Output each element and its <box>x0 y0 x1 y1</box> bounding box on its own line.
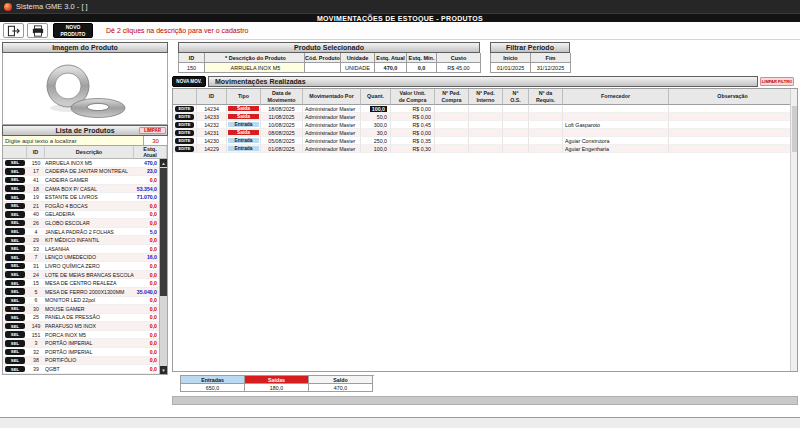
supplier <box>563 113 669 121</box>
movement-type: Entrada <box>227 137 261 145</box>
select-product-button[interactable]: SEL <box>5 211 25 218</box>
column-header: Custo <box>437 53 481 63</box>
moved-by: Administrador Master <box>303 145 361 153</box>
sel-cell: SEL <box>3 271 27 279</box>
clear-filter-button[interactable]: LIMPAR FILTRO <box>760 77 794 86</box>
edit-movement-button[interactable]: EDITE <box>175 138 194 144</box>
sel-cell: SEL <box>3 357 27 365</box>
type-badge: Saída <box>228 114 259 119</box>
scrollbar-thumb[interactable] <box>792 106 797 152</box>
product-description: PANELA DE PRESSÃO <box>45 314 134 322</box>
new-movement-button[interactable]: NOVA MOV. <box>172 76 206 87</box>
select-product-button[interactable]: SEL <box>5 314 25 321</box>
product-id: 38 <box>27 357 45 365</box>
print-button[interactable] <box>27 23 48 38</box>
sel-cell: SEL <box>3 193 27 201</box>
select-product-button[interactable]: SEL <box>5 160 25 167</box>
select-product-button[interactable]: SEL <box>5 331 25 338</box>
select-product-button[interactable]: SEL <box>5 237 25 244</box>
select-product-button[interactable]: SEL <box>5 220 25 227</box>
select-product-button[interactable]: SEL <box>5 194 25 201</box>
edit-movement-button[interactable]: EDITE <box>175 114 194 120</box>
ped-compra <box>435 105 469 113</box>
select-product-button[interactable]: SEL <box>5 288 25 295</box>
product-id: 5 <box>27 288 45 296</box>
select-product-button[interactable]: SEL <box>5 203 25 210</box>
product-image <box>2 53 168 125</box>
product-id: 151 <box>27 331 45 339</box>
moved-by: Administrador Master <box>303 129 361 137</box>
summary-saldo-label: Saldo <box>309 376 373 384</box>
edit-movement-button[interactable]: EDITE <box>175 130 194 136</box>
movement-id: 14230 <box>197 137 227 145</box>
product-list-scrollbar[interactable]: ▲ ▼ <box>159 159 167 374</box>
edit-movement-button[interactable]: EDITE <box>175 122 194 128</box>
movements-title-bar: Movimentações Realizadas <box>208 76 758 87</box>
column-header: Unidade <box>341 53 375 63</box>
product-id: 30 <box>27 305 45 313</box>
select-product-button[interactable]: SEL <box>5 280 25 287</box>
select-product-button[interactable]: SEL <box>5 254 25 261</box>
product-id: 15 <box>27 279 45 287</box>
edit-movement-button[interactable]: EDITE <box>175 146 194 152</box>
select-product-button[interactable]: SEL <box>5 263 25 270</box>
edit-movement-button[interactable]: EDITE <box>175 106 194 112</box>
list-item: SEL31LIVRO QUÍMICA ZERO0,0 <box>3 262 167 271</box>
select-product-button[interactable]: SEL <box>5 177 25 184</box>
filter-end-date[interactable]: 31/12/2025 <box>531 63 571 73</box>
selected-product-panel: Produto Selecionado ID * Descrição do Pr… <box>178 42 480 73</box>
product-id: 21 <box>27 202 45 210</box>
select-product-button[interactable]: SEL <box>5 306 25 313</box>
exit-button[interactable] <box>3 23 24 38</box>
movement-date: 10/08/2025 <box>261 121 303 129</box>
search-input[interactable] <box>3 136 143 145</box>
sel-cell: SEL <box>3 297 27 305</box>
new-product-button[interactable]: NOVO PRODUTO <box>53 23 93 38</box>
product-description: MONITOR LED 22pol <box>45 297 134 305</box>
select-product-button[interactable]: SEL <box>5 366 25 373</box>
movement-unit-value: R$ 0,00 <box>391 105 435 113</box>
filter-start-date[interactable]: 01/01/2025 <box>491 63 531 73</box>
list-item: SEL17CADEIRA DE JANTAR MONTREAL23,0 <box>3 168 167 177</box>
product-description: PORTIFÓLIO <box>45 357 134 365</box>
selected-product-code <box>305 63 341 73</box>
select-product-button[interactable]: SEL <box>5 245 25 252</box>
table-row: EDITE14233Saída11/08/2025Administrador M… <box>173 113 797 121</box>
sel-cell: SEL <box>3 211 27 219</box>
column-header: Fornecedor <box>563 89 669 105</box>
sel-cell: SEL <box>3 185 27 193</box>
list-item: SEL41CADEIRA GAMER0,0 <box>3 176 167 185</box>
scroll-down-icon[interactable]: ▼ <box>160 366 167 374</box>
movement-type: Entrada <box>227 121 261 129</box>
select-product-button[interactable]: SEL <box>5 297 25 304</box>
ped-compra <box>435 145 469 153</box>
titlebar: Sistema GME 3.0 - [ ] <box>0 0 800 13</box>
movement-id: 14232 <box>197 121 227 129</box>
movements-scrollbar[interactable] <box>790 89 797 371</box>
selected-product-id: 150 <box>179 63 205 73</box>
select-product-button[interactable]: SEL <box>5 349 25 356</box>
movement-id: 14234 <box>197 105 227 113</box>
select-product-button[interactable]: SEL <box>5 271 25 278</box>
scroll-up-icon[interactable]: ▲ <box>160 159 167 167</box>
select-product-button[interactable]: SEL <box>5 168 25 175</box>
product-description: ARRUELA INOX M5 <box>45 159 134 167</box>
ped-compra <box>435 121 469 129</box>
column-header: Valor Unit. de Compra <box>391 89 435 105</box>
select-product-button[interactable]: SEL <box>5 185 25 192</box>
sel-cell: SEL <box>3 365 27 373</box>
select-product-button[interactable]: SEL <box>5 340 25 347</box>
scrollbar-thumb[interactable] <box>160 168 167 296</box>
selected-cell: 100,0 <box>370 106 387 112</box>
select-product-button[interactable]: SEL <box>5 323 25 330</box>
selected-product-min-stock: 0,0 <box>407 63 437 73</box>
movement-unit-value: R$ 0,35 <box>391 137 435 145</box>
sel-cell: SEL <box>3 228 27 236</box>
select-product-button[interactable]: SEL <box>5 228 25 235</box>
column-header: Nº Ped. Compra <box>435 89 469 105</box>
horizontal-scrollbar[interactable] <box>172 396 798 405</box>
moved-by: Administrador Master <box>303 137 361 145</box>
select-product-button[interactable]: SEL <box>5 357 25 364</box>
clear-search-button[interactable]: LIMPAR <box>139 127 166 134</box>
product-count: 30 <box>143 136 167 145</box>
